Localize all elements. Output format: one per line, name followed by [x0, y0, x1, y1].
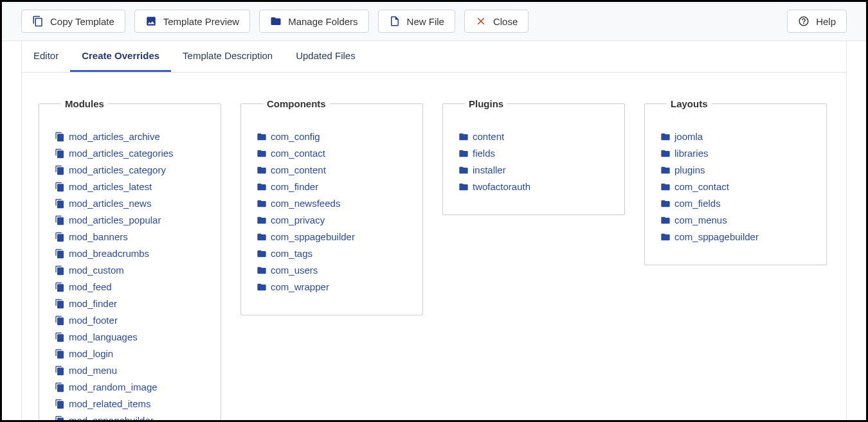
- override-link[interactable]: mod_finder: [69, 296, 117, 312]
- list-item: libraries: [660, 145, 811, 162]
- copy-icon: [55, 349, 65, 359]
- override-link[interactable]: mod_custom: [69, 263, 124, 278]
- list-item: com_contact: [660, 179, 811, 195]
- override-link[interactable]: mod_articles_news: [69, 196, 151, 211]
- list-item: mod_feed: [55, 279, 205, 295]
- list-item: mod_articles_categories: [55, 145, 205, 162]
- override-link[interactable]: com_sppagebuilder: [674, 229, 759, 245]
- override-link[interactable]: com_tags: [271, 246, 312, 261]
- copy-icon: [55, 382, 65, 392]
- override-link[interactable]: twofactorauth: [473, 179, 530, 195]
- group-modules-title: Modules: [61, 98, 108, 109]
- manage-folders-button[interactable]: Manage Folders: [259, 10, 368, 33]
- copy-icon: [55, 249, 65, 259]
- override-link[interactable]: mod_banners: [69, 229, 128, 245]
- override-link[interactable]: com_finder: [271, 179, 318, 195]
- override-link[interactable]: installer: [473, 163, 506, 178]
- new-file-label: New File: [407, 16, 444, 27]
- tab-template-description[interactable]: Template Description: [171, 41, 284, 72]
- close-icon: [475, 15, 487, 27]
- override-link[interactable]: mod_articles_categories: [69, 146, 174, 161]
- override-link[interactable]: com_wrapper: [271, 279, 329, 295]
- group-components: Components com_configcom_contactcom_cont…: [240, 98, 423, 315]
- override-link[interactable]: com_content: [271, 163, 326, 178]
- folder-icon: [660, 182, 671, 192]
- folder-icon: [270, 15, 282, 27]
- folder-icon: [458, 148, 469, 159]
- override-link[interactable]: com_privacy: [271, 213, 325, 228]
- override-link[interactable]: mod_articles_archive: [69, 129, 160, 145]
- override-link[interactable]: plugins: [674, 163, 705, 178]
- override-link[interactable]: com_contact: [271, 146, 325, 161]
- tabs: Editor Create Overrides Template Descrip…: [22, 41, 846, 73]
- list-item: com_privacy: [257, 212, 407, 229]
- group-plugins-title: Plugins: [465, 98, 507, 109]
- close-button[interactable]: Close: [464, 10, 529, 33]
- list-item: mod_footer: [55, 312, 205, 329]
- tab-editor[interactable]: Editor: [22, 41, 70, 72]
- tab-updated-files[interactable]: Updated Files: [284, 41, 367, 72]
- override-link[interactable]: mod_breadcrumbs: [69, 246, 149, 261]
- list-layouts: joomlalibrariespluginscom_contactcom_fie…: [660, 128, 811, 245]
- override-link[interactable]: mod_sppagebuilder: [69, 413, 154, 422]
- override-link[interactable]: joomla: [674, 129, 703, 145]
- manage-folders-label: Manage Folders: [288, 16, 357, 27]
- toolbar: Copy Template Template Preview Manage Fo…: [2, 2, 866, 41]
- folder-icon: [660, 232, 671, 242]
- override-link[interactable]: mod_footer: [69, 313, 118, 328]
- copy-template-button[interactable]: Copy Template: [21, 10, 125, 33]
- override-link[interactable]: mod_related_items: [69, 396, 151, 412]
- folder-icon: [660, 198, 671, 209]
- list-item: mod_menu: [55, 362, 205, 379]
- list-item: mod_sppagebuilder: [55, 412, 205, 422]
- copy-icon: [55, 265, 65, 276]
- list-item: com_content: [257, 162, 407, 179]
- list-item: mod_articles_archive: [55, 128, 205, 145]
- folder-icon: [257, 215, 267, 225]
- folder-icon: [660, 215, 671, 225]
- override-link[interactable]: mod_articles_popular: [69, 213, 161, 228]
- list-item: content: [458, 128, 609, 145]
- override-link[interactable]: com_menus: [674, 213, 727, 228]
- list-item: com_finder: [257, 179, 407, 195]
- override-link[interactable]: com_fields: [674, 196, 721, 211]
- copy-icon: [55, 399, 65, 409]
- list-item: com_contact: [257, 145, 407, 162]
- override-link[interactable]: com_users: [271, 263, 318, 278]
- override-link[interactable]: mod_languages: [69, 330, 138, 345]
- list-item: mod_articles_popular: [55, 212, 205, 229]
- template-preview-button[interactable]: Template Preview: [134, 10, 250, 33]
- copy-icon: [55, 182, 65, 192]
- group-layouts-title: Layouts: [667, 98, 712, 109]
- folder-icon: [660, 132, 671, 142]
- list-item: installer: [458, 162, 609, 179]
- folder-icon: [257, 232, 267, 242]
- override-link[interactable]: mod_login: [69, 346, 113, 362]
- group-modules: Modules mod_articles_archivemod_articles…: [39, 98, 221, 422]
- override-link[interactable]: mod_articles_latest: [69, 179, 152, 195]
- override-link[interactable]: libraries: [674, 146, 709, 161]
- override-link[interactable]: content: [473, 129, 504, 145]
- folder-icon: [257, 132, 267, 142]
- list-item: mod_related_items: [55, 396, 205, 412]
- override-link[interactable]: com_sppagebuilder: [271, 229, 355, 245]
- override-link[interactable]: com_newsfeeds: [271, 196, 340, 211]
- override-link[interactable]: mod_menu: [69, 363, 117, 378]
- new-file-button[interactable]: New File: [378, 10, 455, 33]
- copy-icon: [55, 232, 65, 242]
- tab-create-overrides[interactable]: Create Overrides: [70, 41, 171, 72]
- folder-icon: [257, 282, 267, 292]
- override-link[interactable]: mod_feed: [69, 279, 112, 295]
- list-item: mod_login: [55, 346, 205, 362]
- help-button[interactable]: Help: [787, 10, 847, 33]
- folder-icon: [257, 148, 267, 159]
- override-link[interactable]: fields: [473, 146, 495, 161]
- list-item: com_newsfeeds: [257, 195, 407, 212]
- override-link[interactable]: com_config: [271, 129, 320, 145]
- main-panel: Editor Create Overrides Template Descrip…: [21, 41, 847, 422]
- copy-icon: [55, 132, 65, 142]
- override-link[interactable]: mod_articles_category: [69, 163, 166, 178]
- override-link[interactable]: mod_random_image: [69, 380, 158, 395]
- override-link[interactable]: com_contact: [674, 179, 729, 195]
- group-layouts: Layouts joomlalibrariespluginscom_contac…: [644, 98, 827, 265]
